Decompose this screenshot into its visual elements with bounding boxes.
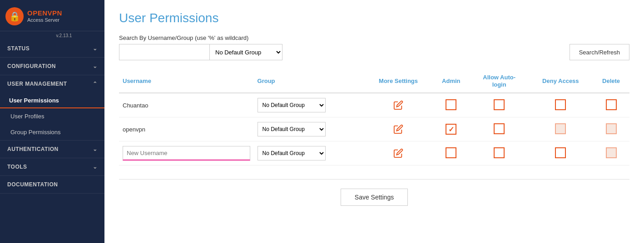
nav-user-management-items: User Permissions User Profiles Group Per…: [0, 92, 104, 140]
admin-cell: [432, 117, 470, 141]
deny-access-cell: [529, 117, 593, 141]
nav-section-authentication: AUTHENTICATION ⌄: [0, 141, 104, 158]
nav-status-header[interactable]: STATUS ⌄: [0, 40, 104, 57]
col-deny-access: Deny Access: [529, 69, 593, 93]
main-content: User Permissions Search By Username/Grou…: [104, 0, 644, 243]
nav-section-status: STATUS ⌄: [0, 40, 104, 58]
more-settings-cell: [364, 117, 432, 141]
nav-documentation-header[interactable]: DOCUMENTATION: [0, 176, 104, 193]
new-delete-checkbox[interactable]: [606, 147, 617, 158]
username-cell: openvpn: [119, 117, 254, 141]
table-row-new: No Default Group: [119, 141, 629, 165]
sidebar: 🔒 OPENVPN Access Server v.2.13.1 STATUS …: [0, 0, 104, 243]
search-group: Search By Username/Group (use '%' as wil…: [119, 34, 282, 60]
table-body: Chuantao No Default Group: [119, 93, 629, 165]
new-autologin-checkbox[interactable]: [494, 147, 505, 158]
admin-checkbox[interactable]: [446, 99, 456, 110]
logo-sub: Access Server: [27, 17, 62, 23]
admin-cell: [432, 93, 470, 117]
chevron-down-icon: ⌄: [93, 45, 98, 52]
save-area: Save Settings: [119, 179, 629, 206]
sidebar-item-user-profiles[interactable]: User Profiles: [0, 108, 104, 124]
sidebar-item-group-permissions[interactable]: Group Permissions: [0, 124, 104, 140]
group-select[interactable]: No Default Group: [210, 44, 282, 60]
admin-checkbox[interactable]: [446, 124, 456, 135]
delete-cell: [593, 117, 629, 141]
col-more-settings: More Settings: [364, 69, 432, 93]
new-autologin-cell: [470, 141, 529, 165]
col-username: Username: [119, 69, 254, 93]
search-input[interactable]: [119, 44, 210, 60]
nav-section-user-management: USER MANAGEMENT ⌃ User Permissions User …: [0, 75, 104, 141]
more-settings-cell: [364, 93, 432, 117]
group-cell: No Default Group: [254, 93, 365, 117]
new-group-cell: No Default Group: [254, 141, 365, 165]
logo-text: OPENVPN Access Server: [27, 9, 62, 23]
deny-access-cell: [529, 93, 593, 117]
col-admin: Admin: [432, 69, 470, 93]
delete-checkbox[interactable]: [606, 123, 617, 134]
page-title: User Permissions: [119, 11, 629, 25]
row-group-select[interactable]: No Default Group: [258, 122, 326, 136]
deny-access-checkbox[interactable]: [555, 99, 566, 110]
chevron-down-icon: ⌄: [93, 164, 98, 170]
nav-tools-header[interactable]: TOOLS ⌄: [0, 158, 104, 175]
nav-section-tools: TOOLS ⌄: [0, 158, 104, 176]
delete-cell: [593, 93, 629, 117]
new-more-settings-cell: [364, 141, 432, 165]
sidebar-item-user-permissions[interactable]: User Permissions: [0, 92, 104, 108]
new-admin-cell: [432, 141, 470, 165]
logo-area: 🔒 OPENVPN Access Server: [0, 0, 104, 31]
nav-user-management-header[interactable]: USER MANAGEMENT ⌃: [0, 75, 104, 92]
chevron-up-icon: ⌃: [93, 81, 98, 87]
chevron-down-icon: ⌄: [93, 63, 98, 69]
permissions-table: Username Group More Settings Admin Allow…: [119, 69, 629, 165]
row-group-select[interactable]: No Default Group: [258, 98, 326, 112]
nav-configuration-header[interactable]: CONFIGURATION ⌄: [0, 58, 104, 75]
col-delete: Delete: [593, 69, 629, 93]
deny-access-checkbox[interactable]: [555, 123, 566, 134]
table-row: Chuantao No Default Group: [119, 93, 629, 117]
autologin-cell: [470, 117, 529, 141]
autologin-checkbox[interactable]: [494, 99, 505, 110]
search-area: Search By Username/Group (use '%' as wil…: [119, 34, 629, 60]
new-username-input[interactable]: [123, 146, 250, 160]
new-username-cell: [119, 141, 254, 165]
search-label: Search By Username/Group (use '%' as wil…: [119, 34, 282, 41]
edit-icon[interactable]: [392, 123, 405, 136]
new-deny-access-checkbox[interactable]: [555, 147, 566, 158]
nav-section-documentation: DOCUMENTATION: [0, 176, 104, 194]
autologin-checkbox[interactable]: [494, 123, 505, 134]
logo-version: v.2.13.1: [0, 31, 104, 40]
table-row: openvpn No Default Group: [119, 117, 629, 141]
autologin-cell: [470, 93, 529, 117]
nav-authentication-header[interactable]: AUTHENTICATION ⌄: [0, 141, 104, 158]
col-allow-autologin: Allow Auto-login: [470, 69, 529, 93]
search-refresh-button[interactable]: Search/Refresh: [570, 44, 629, 60]
group-cell: No Default Group: [254, 117, 365, 141]
edit-icon[interactable]: [392, 147, 405, 160]
edit-icon[interactable]: [392, 99, 405, 112]
delete-checkbox[interactable]: [606, 99, 617, 110]
nav-section-configuration: CONFIGURATION ⌄: [0, 58, 104, 75]
chevron-down-icon: ⌄: [93, 146, 98, 152]
save-settings-button[interactable]: Save Settings: [341, 189, 408, 206]
table-header: Username Group More Settings Admin Allow…: [119, 69, 629, 93]
username-cell: Chuantao: [119, 93, 254, 117]
col-group: Group: [254, 69, 365, 93]
new-deny-access-cell: [529, 141, 593, 165]
logo-name: OPENVPN: [27, 9, 62, 17]
new-delete-cell: [593, 141, 629, 165]
logo-icon: 🔒: [5, 7, 24, 25]
new-admin-checkbox[interactable]: [446, 147, 456, 158]
new-row-group-select[interactable]: No Default Group: [258, 146, 326, 160]
